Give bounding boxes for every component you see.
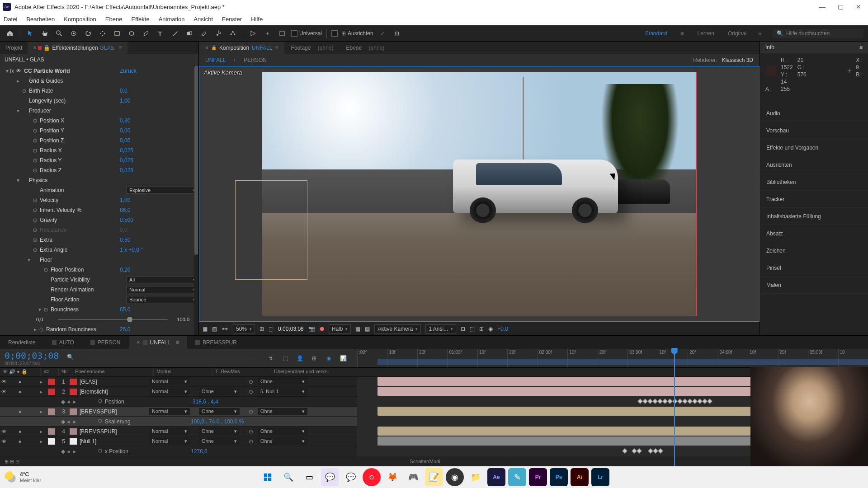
- workspace-original[interactable]: Original: [728, 30, 746, 37]
- taskbar-illustrator[interactable]: Ai: [571, 468, 589, 486]
- prop-animation[interactable]: AnimationExplosive▾: [0, 185, 198, 195]
- tab-project[interactable]: Projekt: [0, 42, 28, 54]
- effect-header[interactable]: ▾ fx 👁 CC Particle World Zurück: [0, 66, 198, 76]
- effect-reset-link[interactable]: Zurück: [117, 68, 198, 74]
- prop-resistance[interactable]: Resistance0,0: [0, 225, 198, 235]
- fast-preview-icon[interactable]: ▦: [355, 326, 360, 332]
- mask-icon[interactable]: 👓: [222, 326, 228, 332]
- puppet-tool[interactable]: [227, 28, 238, 39]
- tab-composition[interactable]: × 🔒 Komposition UNFALL ≡: [199, 42, 284, 54]
- adjust-icon[interactable]: ◉: [488, 326, 493, 332]
- menu-komposition[interactable]: Komposition: [64, 16, 96, 23]
- timeline-tab-auto[interactable]: AUTO: [44, 336, 82, 349]
- menu-ebene[interactable]: Ebene: [105, 16, 123, 23]
- resolution-dropdown[interactable]: Halb▾: [329, 324, 351, 333]
- taskbar-search[interactable]: 🔍: [279, 468, 297, 486]
- orbit-tool[interactable]: [68, 28, 79, 39]
- prop-extra-angle[interactable]: Extra Angle1 x +0,0 °: [0, 245, 198, 255]
- renderer-label[interactable]: Renderer:Klassisch 3D: [693, 57, 753, 63]
- timeline-tab-renderliste[interactable]: Renderliste: [0, 336, 44, 349]
- timeline-tab-bremsspur[interactable]: BREMSSPUR: [187, 336, 245, 349]
- timeline-tab-person[interactable]: PERSON: [82, 336, 129, 349]
- magnet-icon[interactable]: ⊡: [392, 28, 402, 39]
- eraser-tool[interactable]: [198, 28, 209, 39]
- anchor-tool[interactable]: [248, 28, 259, 39]
- pen-tool[interactable]: [141, 28, 151, 39]
- prop-inherit-velocity-[interactable]: Inherit Velocity %86,0: [0, 205, 198, 215]
- taskbar-obs[interactable]: ◉: [446, 468, 464, 486]
- brush-tool[interactable]: [170, 28, 180, 39]
- taskbar-whatsapp[interactable]: 💬: [342, 468, 360, 486]
- toggle-switches-icon[interactable]: ⊞ ⊞ ⊡: [5, 459, 19, 465]
- roi-icon[interactable]: ⬚: [269, 326, 274, 332]
- taskbar-lightroom[interactable]: Lr: [591, 468, 609, 486]
- draft3d-icon[interactable]: ⬚: [280, 353, 290, 363]
- panel-menu-icon[interactable]: ≡: [275, 45, 278, 51]
- transparency-grid-icon[interactable]: ▨: [212, 326, 217, 332]
- 3d-icon[interactable]: ⬚: [470, 326, 475, 332]
- shape-plus-tool[interactable]: +: [262, 28, 273, 39]
- layer-row-1[interactable]: 👁●▸1[GLAS]Normal▾⊙Ohne▾: [0, 377, 357, 387]
- info-panel-header[interactable]: Info≡: [760, 42, 868, 53]
- zoom-tool[interactable]: [54, 28, 65, 39]
- camera-dropdown[interactable]: Aktive Kamera▾: [374, 324, 421, 333]
- always-preview-icon[interactable]: ▦: [203, 326, 208, 332]
- taskbar-premiere[interactable]: Pr: [529, 468, 547, 486]
- prop-extra[interactable]: Extra0,50: [0, 235, 198, 245]
- panel-audio[interactable]: Audio: [760, 105, 868, 122]
- taskbar-firefox[interactable]: 🦊: [383, 468, 401, 486]
- taskbar-notes[interactable]: 📝: [425, 468, 443, 486]
- exposure-value[interactable]: +0,0: [497, 326, 508, 332]
- prop-render-animation[interactable]: Render AnimationNormal▾: [0, 285, 198, 295]
- menu-fenster[interactable]: Fenster: [222, 16, 242, 23]
- selection-tool[interactable]: [25, 28, 36, 39]
- prop-floor-position[interactable]: Floor Position0,20: [0, 265, 198, 275]
- maximize-button[interactable]: ▢: [836, 3, 844, 11]
- prop-radius-z[interactable]: Radius Z0,025: [0, 165, 198, 175]
- composition-viewer[interactable]: Aktive Kamera: [199, 66, 760, 322]
- tab-layer[interactable]: Ebene (ohne): [340, 42, 391, 54]
- layer-row-3[interactable]: ●▸3[BREMSSPUR]Normal▾Ohne▾⊙Ohne▾: [0, 407, 357, 417]
- timeline-tab-unfall[interactable]: ×UNFALL≡: [129, 336, 187, 349]
- pan-behind-tool[interactable]: [97, 28, 108, 39]
- layer-prop-skalierung[interactable]: ◆◂▸Skalierung100,0 , 74,0 , 100,0 %: [0, 417, 357, 427]
- menu-hilfe[interactable]: Hilfe: [251, 16, 263, 23]
- timeline-timecode[interactable]: 0;00;03;08: [5, 350, 59, 361]
- comp-mini-flow-icon[interactable]: ↯: [266, 353, 276, 363]
- prop-birth-rate[interactable]: Birth Rate0,0: [0, 86, 198, 96]
- taskbar-app2[interactable]: ✎: [508, 468, 526, 486]
- panel-ausrichten[interactable]: Ausrichten: [760, 156, 868, 174]
- menu-ansicht[interactable]: Ansicht: [193, 16, 213, 23]
- menu-datei[interactable]: Datei: [4, 16, 17, 23]
- layer-prop-position[interactable]: ◆◂▸Position-318,6 , 4,4: [0, 397, 357, 407]
- prop-floor-action[interactable]: Floor ActionBounce▾: [0, 295, 198, 305]
- panel-inhaltsbasierte-f-llung[interactable]: Inhaltsbasierte Füllung: [760, 208, 868, 225]
- layer-prop-x-position[interactable]: ◆◂▸x Position1278,6: [0, 446, 357, 456]
- comp-crumb-next[interactable]: PERSON: [244, 57, 267, 63]
- graph-editor-icon[interactable]: 📊: [338, 353, 348, 363]
- shy-icon[interactable]: 👤: [295, 353, 305, 363]
- taskbar-weather[interactable]: 4°CMeist klar: [5, 471, 41, 483]
- close-button[interactable]: ✕: [854, 3, 863, 11]
- rotate-tool[interactable]: [83, 28, 94, 39]
- frame-blend-icon[interactable]: ⊞: [309, 353, 319, 363]
- prop-physics[interactable]: ▾Physics: [0, 175, 198, 185]
- layer-row-5[interactable]: 👁●▸5[Null 1]Normal▾Ohne▾⊙Ohne▾: [0, 436, 357, 446]
- panel-bibliotheken[interactable]: Bibliotheken: [760, 174, 868, 191]
- workspace-lernen[interactable]: Lernen: [698, 30, 714, 37]
- menu-bearbeiten[interactable]: Bearbeiten: [26, 16, 55, 23]
- panel-pinsel[interactable]: Pinsel: [760, 259, 868, 277]
- close-icon[interactable]: ×: [33, 45, 36, 51]
- roto-tool[interactable]: [213, 28, 224, 39]
- prop-velocity[interactable]: Velocity1,00: [0, 195, 198, 205]
- taskbar-ae[interactable]: Ae: [487, 468, 505, 486]
- timeline-search-icon[interactable]: 🔍: [67, 354, 76, 363]
- switches-modes-toggle[interactable]: Schalter/Modi: [410, 459, 440, 464]
- prop-position-z[interactable]: Position Z0,00: [0, 136, 198, 145]
- taskbar-app1[interactable]: 🎮: [404, 468, 422, 486]
- taskbar-taskview[interactable]: ▭: [300, 468, 318, 486]
- panel-malen[interactable]: Malen: [760, 277, 868, 294]
- draft3d-icon[interactable]: ⊞: [479, 326, 484, 332]
- panel-effekte-und-vorgaben[interactable]: Effekte und Vorgaben: [760, 139, 868, 156]
- effect-visibility-icon[interactable]: 👁: [16, 68, 21, 74]
